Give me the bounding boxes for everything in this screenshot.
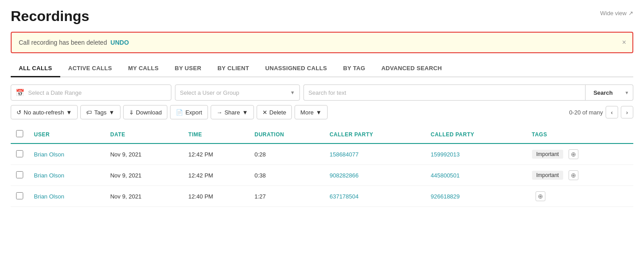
refresh-icon: ↺ xyxy=(17,109,21,116)
search-button[interactable]: Search xyxy=(585,84,621,101)
col-header-user: USER xyxy=(29,126,105,143)
row-3-tags: ⊕ xyxy=(527,186,633,207)
no-auto-refresh-button[interactable]: ↺ No auto-refresh ▼ xyxy=(11,105,78,119)
table-container: USER DATE TIME DURATION CALLER PARTY CAL… xyxy=(11,126,633,207)
row-1-checkbox[interactable] xyxy=(16,150,23,157)
row-2-user-link[interactable]: Brian Olson xyxy=(34,172,64,179)
col-header-tags: TAGS xyxy=(527,126,633,143)
row-2-tag-0: Important xyxy=(532,171,564,180)
row-2-tags-cell: Important ⊕ xyxy=(532,170,628,180)
col-header-time: TIME xyxy=(183,126,249,143)
row-3-date: Nov 9, 2021 xyxy=(105,186,183,207)
page-header: Recordings Wide view ↗ xyxy=(11,8,633,25)
search-text-placeholder: Search for text xyxy=(308,89,346,96)
row-checkbox-cell xyxy=(11,186,29,207)
row-3-called-link[interactable]: 926618829 xyxy=(431,193,460,200)
tab-by-client[interactable]: BY CLIENT xyxy=(209,60,257,77)
tab-advanced-search[interactable]: ADVANCED SEARCH xyxy=(373,60,450,77)
tab-by-user[interactable]: BY USER xyxy=(167,60,210,77)
tab-all-calls[interactable]: ALL CALLS xyxy=(11,60,60,77)
tags-button[interactable]: 🏷 Tags ▼ xyxy=(80,105,120,119)
row-1-user-link[interactable]: Brian Olson xyxy=(34,151,64,158)
undo-link[interactable]: UNDO xyxy=(111,39,129,46)
download-button[interactable]: ⇓ Download xyxy=(123,105,168,119)
table-header-row: USER DATE TIME DURATION CALLER PARTY CAL… xyxy=(11,126,633,143)
search-wrapper: Search for text Search ▼ xyxy=(303,84,633,101)
row-3-duration: 1:27 xyxy=(249,186,324,207)
row-2-user: Brian Olson xyxy=(29,165,105,186)
row-2-checkbox[interactable] xyxy=(16,171,23,178)
refresh-dropdown-icon: ▼ xyxy=(66,109,72,116)
row-1-caller: 158684077 xyxy=(324,143,425,165)
date-range-filter[interactable]: 📅 Select a Date Range xyxy=(11,84,171,101)
row-3-add-tag-button[interactable]: ⊕ xyxy=(536,191,545,201)
page-title: Recordings xyxy=(11,8,89,25)
share-icon: → xyxy=(216,109,222,116)
pagination-count: 0-20 of many xyxy=(569,109,603,116)
row-2-duration: 0:38 xyxy=(249,165,324,186)
row-3-tags-cell: ⊕ xyxy=(532,191,628,201)
delete-icon: ✕ xyxy=(262,109,267,116)
pagination-info: 0-20 of many ‹ › xyxy=(569,106,633,118)
actions-row: ↺ No auto-refresh ▼ 🏷 Tags ▼ ⇓ Download … xyxy=(11,105,633,119)
table-row: Brian Olson Nov 9, 2021 12:40 PM 1:27 63… xyxy=(11,186,633,207)
row-1-called-link[interactable]: 159992013 xyxy=(431,151,460,158)
user-group-filter[interactable]: Select a User or Group ▼ xyxy=(175,84,300,101)
row-2-called-link[interactable]: 445800501 xyxy=(431,172,460,179)
tab-my-calls[interactable]: MY CALLS xyxy=(120,60,167,77)
delete-button[interactable]: ✕ Delete xyxy=(257,105,292,119)
header-checkbox-cell xyxy=(11,126,29,143)
pagination-next-button[interactable]: › xyxy=(621,106,633,118)
select-all-checkbox[interactable] xyxy=(16,130,23,137)
row-3-user-link[interactable]: Brian Olson xyxy=(34,193,64,200)
filters-row: 📅 Select a Date Range Select a User or G… xyxy=(11,84,633,101)
row-1-time: 12:42 PM xyxy=(183,143,249,165)
row-2-date: Nov 9, 2021 xyxy=(105,165,183,186)
row-1-date: Nov 9, 2021 xyxy=(105,143,183,165)
share-button[interactable]: → Share ▼ xyxy=(211,105,254,119)
row-3-called: 926618829 xyxy=(425,186,527,207)
row-1-tag-0: Important xyxy=(532,150,564,159)
export-icon: 📄 xyxy=(176,109,183,116)
row-2-called: 445800501 xyxy=(425,165,527,186)
row-checkbox-cell xyxy=(11,143,29,165)
row-3-time: 12:40 PM xyxy=(183,186,249,207)
share-dropdown-icon: ▼ xyxy=(242,109,248,116)
wide-view-link[interactable]: Wide view ↗ xyxy=(600,10,633,17)
table-row: Brian Olson Nov 9, 2021 12:42 PM 0:28 15… xyxy=(11,143,633,165)
row-3-caller-link[interactable]: 637178504 xyxy=(329,193,358,200)
row-3-user: Brian Olson xyxy=(29,186,105,207)
tabs-container: ALL CALLS ACTIVE CALLS MY CALLS BY USER … xyxy=(11,60,633,77)
row-2-caller: 908282866 xyxy=(324,165,425,186)
table-row: Brian Olson Nov 9, 2021 12:42 PM 0:38 90… xyxy=(11,165,633,186)
row-1-tags: Important ⊕ xyxy=(527,143,633,165)
more-button[interactable]: More ▼ xyxy=(295,105,328,119)
col-header-called: CALLED PARTY xyxy=(425,126,527,143)
download-icon: ⇓ xyxy=(129,109,134,116)
notification-text: Call recording has been deleted UNDO xyxy=(19,39,129,46)
row-1-user: Brian Olson xyxy=(29,143,105,165)
export-button[interactable]: 📄 Export xyxy=(170,105,208,119)
row-2-caller-link[interactable]: 908282866 xyxy=(329,172,358,179)
row-2-tags: Important ⊕ xyxy=(527,165,633,186)
notification-close-button[interactable]: × xyxy=(622,39,626,46)
pagination-prev-button[interactable]: ‹ xyxy=(606,106,618,118)
user-group-placeholder: Select a User or Group xyxy=(180,89,239,96)
row-1-caller-link[interactable]: 158684077 xyxy=(329,151,358,158)
search-text-input[interactable]: Search for text xyxy=(303,84,585,101)
row-1-tags-cell: Important ⊕ xyxy=(532,149,628,159)
row-1-add-tag-button[interactable]: ⊕ xyxy=(569,149,578,159)
tag-icon: 🏷 xyxy=(86,109,92,116)
row-2-add-tag-button[interactable]: ⊕ xyxy=(569,170,578,180)
row-3-caller: 637178504 xyxy=(324,186,425,207)
notification-banner: Call recording has been deleted UNDO × xyxy=(11,32,633,53)
tab-by-tag[interactable]: BY TAG xyxy=(335,60,374,77)
tab-active-calls[interactable]: ACTIVE CALLS xyxy=(60,60,120,77)
date-range-placeholder: Select a Date Range xyxy=(28,89,82,96)
row-1-called: 159992013 xyxy=(425,143,527,165)
tab-unassigned-calls[interactable]: UNASSIGNED CALLS xyxy=(257,60,335,77)
col-header-date: DATE xyxy=(105,126,183,143)
expand-icon: ↗ xyxy=(628,10,633,17)
search-dropdown-button[interactable]: ▼ xyxy=(621,84,633,101)
row-3-checkbox[interactable] xyxy=(16,192,23,199)
